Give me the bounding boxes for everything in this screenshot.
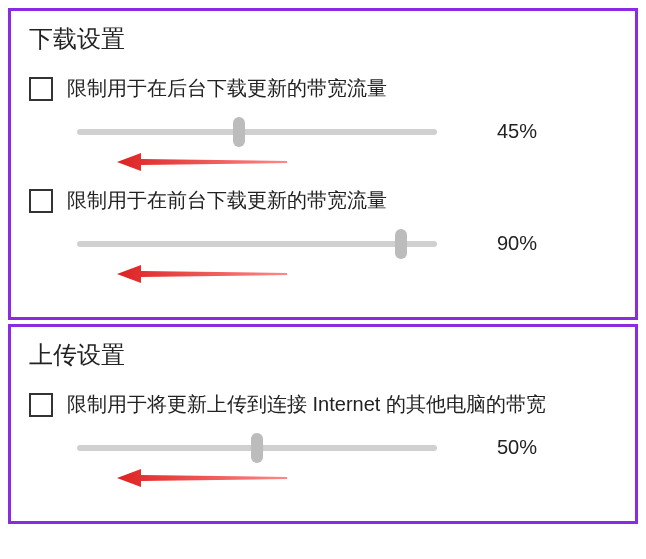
annotation-arrow-icon — [117, 467, 617, 489]
upload-value: 50% — [497, 436, 557, 459]
foreground-download-label: 限制用于在前台下载更新的带宽流量 — [67, 187, 387, 214]
upload-slider-thumb[interactable] — [251, 433, 263, 463]
svg-marker-1 — [117, 265, 287, 283]
upload-slider[interactable] — [77, 445, 437, 451]
foreground-download-limit-row: 限制用于在前台下载更新的带宽流量 — [29, 187, 617, 214]
annotation-arrow-icon — [117, 151, 617, 173]
background-download-value: 45% — [497, 120, 557, 143]
svg-marker-0 — [117, 153, 287, 171]
upload-panel-title: 上传设置 — [29, 339, 617, 371]
foreground-download-slider[interactable] — [77, 241, 437, 247]
background-download-checkbox[interactable] — [29, 77, 53, 101]
upload-settings-panel: 上传设置 限制用于将更新上传到连接 Internet 的其他电脑的带宽 50% — [8, 324, 638, 524]
background-download-slider-row: 45% — [77, 120, 617, 143]
download-panel-title: 下载设置 — [29, 23, 617, 55]
foreground-download-slider-thumb[interactable] — [395, 229, 407, 259]
upload-limit-row: 限制用于将更新上传到连接 Internet 的其他电脑的带宽 — [29, 391, 617, 418]
annotation-arrow-icon — [117, 263, 617, 285]
background-download-slider[interactable] — [77, 129, 437, 135]
background-download-slider-thumb[interactable] — [233, 117, 245, 147]
foreground-download-slider-row: 90% — [77, 232, 617, 255]
background-download-limit-row: 限制用于在后台下载更新的带宽流量 — [29, 75, 617, 102]
download-settings-panel: 下载设置 限制用于在后台下载更新的带宽流量 45% 限制用于在前台下载更新的带宽… — [8, 8, 638, 320]
upload-slider-row: 50% — [77, 436, 617, 459]
background-download-label: 限制用于在后台下载更新的带宽流量 — [67, 75, 387, 102]
foreground-download-checkbox[interactable] — [29, 189, 53, 213]
upload-limit-checkbox[interactable] — [29, 393, 53, 417]
upload-limit-label: 限制用于将更新上传到连接 Internet 的其他电脑的带宽 — [67, 391, 546, 418]
svg-marker-2 — [117, 469, 287, 487]
foreground-download-value: 90% — [497, 232, 557, 255]
